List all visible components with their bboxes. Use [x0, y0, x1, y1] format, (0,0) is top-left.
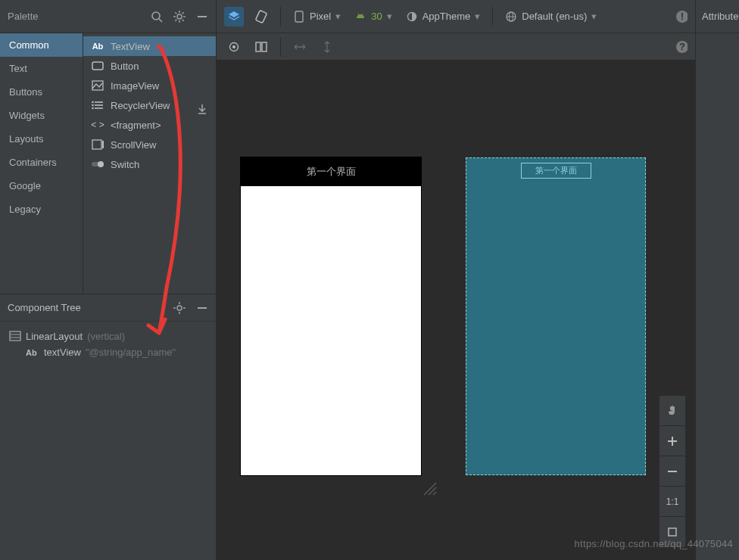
svg-line-52: [429, 487, 436, 495]
warning-icon[interactable]: !: [675, 11, 688, 23]
button-icon: [91, 60, 104, 72]
orientation-icon[interactable]: [251, 7, 271, 26]
download-icon[interactable]: [196, 103, 208, 115]
widget-button[interactable]: Button: [83, 56, 216, 76]
gear-icon[interactable]: [173, 302, 186, 314]
image-icon: [91, 79, 104, 92]
tree-root-label: LinearLayout: [26, 331, 83, 342]
svg-rect-20: [92, 140, 101, 149]
category-widgets[interactable]: Widgets: [0, 104, 83, 127]
widget-textview[interactable]: Ab TextView: [83, 36, 216, 56]
design-toolbar: Pixel ▾ 30 ▾ AppTheme ▾ Default (en-us) …: [217, 0, 695, 33]
locale-selector[interactable]: Default (en-us) ▾: [502, 11, 600, 23]
svg-text:!: !: [681, 11, 684, 22]
category-buttons[interactable]: Buttons: [0, 80, 83, 104]
chevron-down-icon: ▾: [387, 11, 392, 22]
minimize-icon[interactable]: [196, 11, 208, 23]
resize-vertical-icon[interactable]: [317, 37, 337, 57]
resize-handle-icon[interactable]: [421, 480, 439, 498]
zoom-in-icon[interactable]: [659, 426, 685, 456]
watermark-text: https://blog.csdn.net/qq_44075044: [575, 538, 733, 549]
widget-switch[interactable]: Switch: [83, 154, 216, 174]
category-text[interactable]: Text: [0, 57, 83, 80]
chevron-down-icon: ▾: [475, 11, 480, 22]
widget-scrollview[interactable]: ScrollView: [83, 135, 216, 154]
view-options-icon[interactable]: [224, 37, 244, 57]
svg-line-37: [358, 14, 359, 15]
resize-horizontal-icon[interactable]: [290, 37, 310, 57]
category-legacy[interactable]: Legacy: [0, 198, 83, 221]
zoom-reset-button[interactable]: 1:1: [659, 487, 685, 517]
svg-point-17: [92, 101, 94, 104]
component-tree: LinearLayout (vertical) Ab textView "@st…: [0, 322, 216, 366]
category-layouts[interactable]: Layouts: [0, 127, 83, 151]
minimize-icon[interactable]: [196, 302, 208, 314]
svg-rect-35: [256, 10, 267, 23]
tree-root-modifier: (vertical): [87, 331, 125, 342]
zoom-reset-label: 1:1: [666, 496, 679, 507]
svg-rect-36: [295, 11, 303, 22]
android-icon: [354, 11, 366, 23]
device-preview-blueprint[interactable]: 第一个界面: [466, 157, 646, 475]
help-icon[interactable]: ?: [675, 41, 688, 53]
layout-variants-icon[interactable]: [251, 37, 271, 57]
svg-line-10: [182, 12, 184, 14]
widget-label: ScrollView: [111, 139, 156, 151]
widget-label: TextView: [111, 41, 150, 52]
textview-icon: Ab: [91, 40, 104, 52]
device-preview-design[interactable]: 第一个界面: [241, 157, 421, 475]
widget-label: <fragment>: [111, 120, 161, 131]
widget-label: RecyclerView: [111, 100, 170, 111]
svg-text:?: ?: [679, 41, 685, 52]
tree-child-row[interactable]: Ab textView "@string/app_name": [6, 344, 210, 360]
preview-actionbar: 第一个界面: [241, 157, 421, 186]
tree-child-attr: "@string/app_name": [86, 347, 176, 358]
tree-child-label: textView: [44, 347, 81, 358]
svg-rect-31: [10, 331, 20, 341]
pan-icon[interactable]: [659, 396, 685, 426]
svg-point-23: [98, 161, 104, 167]
svg-line-38: [362, 14, 363, 15]
category-containers[interactable]: Containers: [0, 151, 83, 174]
view-toolbar: ?: [217, 33, 695, 61]
component-tree-title: Component Tree: [8, 302, 81, 313]
svg-point-19: [92, 107, 94, 110]
device-label: Pixel: [310, 11, 331, 22]
blueprint-actionbar: 第一个界面: [466, 158, 645, 182]
component-tree-header: Component Tree: [0, 294, 216, 322]
zoom-out-icon[interactable]: [659, 456, 685, 487]
theme-selector[interactable]: AppTheme ▾: [403, 11, 484, 23]
phone-icon: [293, 11, 305, 23]
api-selector[interactable]: 30 ▾: [351, 11, 394, 23]
search-icon[interactable]: [151, 11, 163, 23]
svg-rect-12: [92, 62, 103, 70]
svg-line-53: [433, 492, 436, 495]
attributes-panel: Attribute: [695, 0, 739, 560]
zoom-toolbar: 1:1: [659, 395, 686, 548]
locale-label: Default (en-us): [522, 11, 587, 22]
design-surface-icon[interactable]: [224, 7, 244, 26]
svg-point-2: [177, 14, 182, 19]
chevron-down-icon: ▾: [591, 11, 597, 22]
scroll-icon: [91, 138, 104, 151]
design-canvas[interactable]: 第一个界面 第一个界面: [217, 61, 695, 560]
fragment-icon: < >: [91, 119, 104, 131]
globe-icon: [505, 11, 517, 23]
svg-point-0: [152, 12, 160, 20]
svg-point-25: [177, 306, 182, 310]
device-selector[interactable]: Pixel ▾: [290, 11, 344, 23]
widget-imageview[interactable]: ImageView: [83, 76, 216, 95]
svg-rect-48: [262, 42, 267, 51]
gear-icon[interactable]: [173, 11, 186, 23]
widget-fragment[interactable]: < > <fragment>: [83, 115, 216, 135]
theme-icon: [406, 11, 418, 23]
palette-title: Palette: [8, 11, 38, 22]
tree-root-row[interactable]: LinearLayout (vertical): [6, 328, 210, 344]
attributes-title: Attribute: [702, 11, 738, 22]
svg-line-1: [159, 19, 162, 22]
blueprint-title: 第一个界面: [521, 163, 591, 179]
palette-header: Palette: [0, 0, 216, 33]
svg-rect-47: [256, 42, 260, 51]
category-common[interactable]: Common: [0, 33, 83, 57]
category-google[interactable]: Google: [0, 174, 83, 198]
